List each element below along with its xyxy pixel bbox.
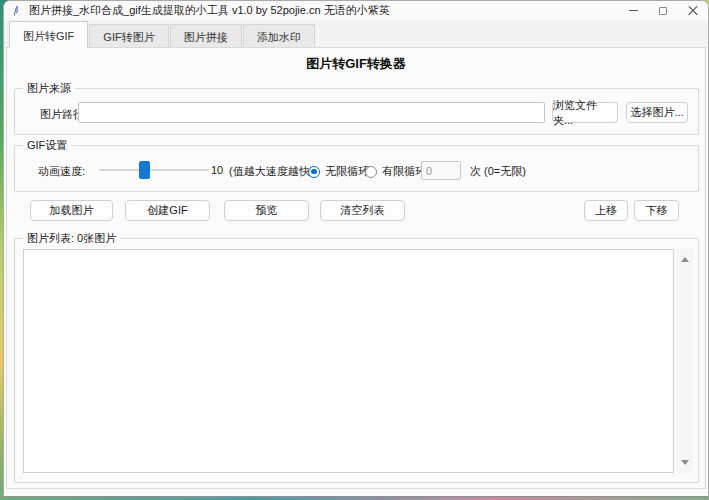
infinite-loop-label: 无限循环: [325, 164, 369, 179]
close-button[interactable]: [678, 1, 708, 20]
tab-strip: 图片转GIF GIF转图片 图片拼接 添加水印: [4, 20, 708, 48]
radio-selected-icon: [308, 166, 320, 178]
radio-infinite-loop[interactable]: 无限循环: [308, 164, 369, 179]
maximize-button[interactable]: [648, 1, 678, 20]
source-groupbox: 图片来源 图片路径: 浏览文件夹... 选择图片...: [14, 88, 699, 135]
speed-value: 10: [211, 164, 223, 176]
title-bar[interactable]: 图片拼接_水印合成_gif生成提取的小工具 v1.0 by 52pojie.cn…: [4, 1, 708, 20]
action-button-row: 加载图片 创建GIF 预览 清空列表 上移 下移: [7, 200, 705, 221]
finite-loop-label: 有限循环: [382, 164, 426, 179]
app-feather-icon: [11, 5, 23, 17]
gif-settings-groupbox: GIF设置 动画速度: 10 (值越大速度越快) 无限循环 有限循环: [14, 145, 699, 192]
preview-button[interactable]: 预览: [224, 200, 309, 221]
scroll-down-icon[interactable]: [681, 460, 689, 465]
browse-folder-button[interactable]: 浏览文件夹...: [552, 102, 618, 123]
tab-gif-to-image[interactable]: GIF转图片: [89, 24, 168, 48]
image-listbox[interactable]: [23, 249, 674, 473]
source-group-title: 图片来源: [23, 81, 75, 96]
tab-image-to-gif[interactable]: 图片转GIF: [9, 21, 88, 48]
tab-content: 图片转GIF转换器 图片来源 图片路径: 浏览文件夹... 选择图片... GI…: [6, 47, 706, 489]
close-icon: [688, 6, 698, 16]
loop-count-suffix: 次 (0=无限): [470, 164, 526, 179]
radio-unselected-icon: [365, 166, 377, 178]
minimize-icon: [629, 10, 638, 11]
loop-count-input: [421, 161, 461, 180]
animation-speed-label: 动画速度:: [38, 164, 85, 179]
image-list-groupbox: 图片列表: 0张图片: [14, 238, 699, 483]
tab-image-stitch[interactable]: 图片拼接: [170, 24, 242, 48]
speed-slider[interactable]: [99, 160, 209, 180]
select-images-button[interactable]: 选择图片...: [626, 102, 688, 123]
scroll-up-icon[interactable]: [681, 257, 689, 262]
slider-thumb[interactable]: [139, 161, 150, 179]
tab-add-watermark[interactable]: 添加水印: [243, 24, 315, 48]
radio-finite-loop[interactable]: 有限循环: [365, 164, 426, 179]
create-gif-button[interactable]: 创建GIF: [125, 200, 210, 221]
maximize-icon: [659, 7, 667, 15]
list-scrollbar[interactable]: [676, 249, 693, 473]
app-window: 图片拼接_水印合成_gif生成提取的小工具 v1.0 by 52pojie.cn…: [3, 0, 709, 497]
minimize-button[interactable]: [618, 1, 648, 20]
page-title: 图片转GIF转换器: [7, 55, 705, 73]
move-up-button[interactable]: 上移: [584, 200, 628, 221]
window-title: 图片拼接_水印合成_gif生成提取的小工具 v1.0 by 52pojie.cn…: [29, 3, 390, 18]
move-down-button[interactable]: 下移: [634, 200, 679, 221]
slider-track: [99, 169, 209, 171]
image-list-group-title: 图片列表: 0张图片: [23, 231, 120, 246]
load-images-button[interactable]: 加载图片: [30, 200, 113, 221]
speed-hint: (值越大速度越快): [229, 164, 313, 179]
gif-settings-group-title: GIF设置: [23, 138, 71, 153]
clear-list-button[interactable]: 清空列表: [320, 200, 405, 221]
image-path-input[interactable]: [78, 102, 545, 123]
